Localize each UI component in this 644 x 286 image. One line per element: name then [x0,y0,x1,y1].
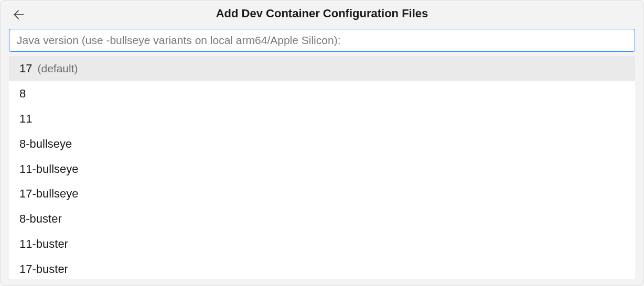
list-item[interactable]: 8-buster [9,206,635,232]
option-label: 17-bullseye [19,185,79,202]
list-item[interactable]: 17(default) [9,56,635,81]
list-item[interactable]: 11-buster [9,232,635,257]
list-item[interactable]: 17-bullseye [9,181,635,206]
option-label: 11 [19,111,32,127]
list-item[interactable]: 17-buster [9,257,635,279]
arrow-left-icon [12,8,26,24]
option-label: 8-buster [19,211,62,227]
option-label: 11-buster [19,236,68,252]
option-label: 11-bullseye [19,161,79,178]
header: Add Dev Container Configuration Files [1,1,643,26]
option-label: 8 [19,85,26,102]
option-label: 17-buster [19,261,68,278]
quickpick-panel: Add Dev Container Configuration Files 17… [0,0,644,286]
back-button[interactable] [12,8,26,24]
list-item[interactable]: 8-bullseye [9,131,635,157]
list-item[interactable]: 8 [9,81,635,106]
version-input[interactable] [9,29,635,52]
option-suffix: (default) [37,61,78,76]
options-list: 17(default)8118-bullseye11-bullseye17-bu… [9,56,635,279]
list-item[interactable]: 11 [9,106,635,131]
option-label: 17 [19,60,32,77]
input-row [1,26,643,56]
option-label: 8-bullseye [19,136,72,152]
list-item[interactable]: 11-bullseye [9,157,635,182]
dialog-title: Add Dev Container Configuration Files [10,7,634,20]
